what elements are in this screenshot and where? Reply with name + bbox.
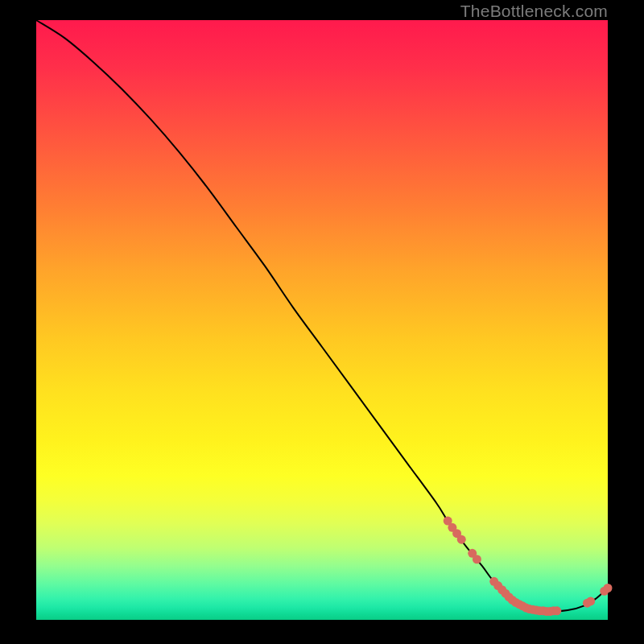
curve-group: [36, 20, 608, 611]
highlight-point: [586, 597, 595, 605]
chart-stage: TheBottleneck.com: [0, 0, 644, 644]
plot-area: [36, 20, 608, 620]
highlight-points: [444, 517, 613, 616]
highlight-point: [552, 606, 561, 615]
highlight-point: [473, 555, 481, 564]
watermark-text: TheBottleneck.com: [460, 2, 608, 21]
chart-svg: [36, 20, 608, 620]
highlight-point: [604, 584, 613, 592]
bottleneck-curve: [36, 20, 608, 611]
highlight-point: [457, 535, 466, 544]
